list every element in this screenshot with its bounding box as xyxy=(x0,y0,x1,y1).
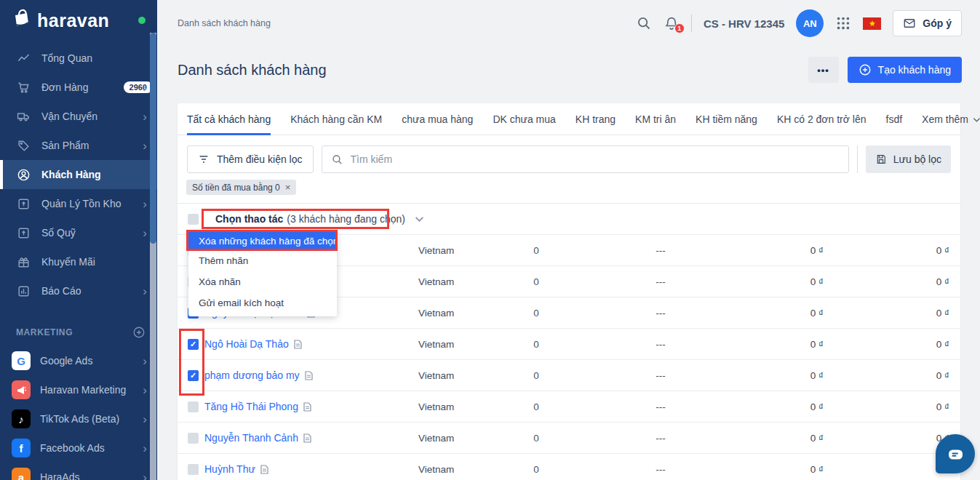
sidebar-item-label: Sản Phẩm xyxy=(41,140,89,151)
orders-cell: 0 xyxy=(490,401,582,412)
sidebar-item[interactable]: Số Quỹ› xyxy=(0,218,157,247)
tab[interactable]: KH có 2 đơn trở lên xyxy=(777,103,867,135)
spent-cell: 0 ₫ xyxy=(739,464,829,475)
marketing-nav: GGoogle Ads›Haravan Marketing›♪TikTok Ad… xyxy=(0,346,157,480)
page-title: Danh sách khách hàng xyxy=(178,62,327,79)
sidebar-item[interactable]: Khuyến Mãi xyxy=(0,247,157,276)
country-cell: Vietnam xyxy=(414,308,490,319)
cash-icon xyxy=(16,225,31,240)
tab[interactable]: KH tiềm năng xyxy=(696,103,757,135)
add-filter-button[interactable]: Thêm điều kiện lọc xyxy=(187,145,314,173)
total-cell: 0 ₫ xyxy=(829,276,960,287)
chat-widget-button[interactable] xyxy=(936,434,975,473)
trend-icon xyxy=(16,51,31,65)
sidebar-item[interactable]: Khách Hàng xyxy=(0,160,157,189)
apps-grid-icon[interactable] xyxy=(835,15,851,31)
tab[interactable]: chưa mua hàng xyxy=(402,103,473,135)
tab[interactable]: fsdf xyxy=(886,103,903,135)
sidebar-item-label: Haravan Marketing xyxy=(40,384,126,396)
search-icon[interactable] xyxy=(636,15,652,31)
tab[interactable]: KM tri ân xyxy=(635,103,676,135)
tab-label: KM tri ân xyxy=(635,113,676,125)
chevron-right-icon: › xyxy=(143,355,147,367)
search-input[interactable] xyxy=(351,153,840,165)
chevron-right-icon: › xyxy=(143,81,147,94)
orders-cell: 0 xyxy=(490,433,582,444)
sidebar-item[interactable]: Báo Cáo› xyxy=(0,276,157,305)
avatar[interactable]: AN xyxy=(796,9,824,37)
tab-label: KH trang xyxy=(575,113,616,125)
logo[interactable]: haravan xyxy=(0,0,157,41)
inventory-icon xyxy=(16,196,31,211)
select-all-checkbox[interactable] xyxy=(188,214,199,225)
tab-label: KH tiềm năng xyxy=(696,113,757,125)
sidebar-item-label: Đơn Hàng xyxy=(41,81,88,93)
sidebar-scrollbar-thumb[interactable] xyxy=(150,33,156,244)
filter-divider xyxy=(857,145,858,173)
menu-item[interactable]: Gửi email kích hoạt xyxy=(188,292,337,313)
more-actions-button[interactable]: ••• xyxy=(808,57,839,83)
google-ads-icon: G xyxy=(12,351,31,370)
sidebar-marketing-item[interactable]: aHaraAds› xyxy=(0,463,157,480)
chevron-right-icon: › xyxy=(143,111,147,123)
row-checkbox[interactable]: ✓ xyxy=(188,370,199,381)
customer-name-link[interactable]: Nguyễn Thanh Cảnh xyxy=(204,432,298,444)
envelope-icon xyxy=(903,17,916,30)
group-cell: --- xyxy=(582,370,739,381)
spent-cell: 0 ₫ xyxy=(739,245,829,256)
row-checkbox[interactable] xyxy=(188,433,199,444)
save-filter-button[interactable]: Lưu bộ lọc xyxy=(866,145,951,173)
feedback-button[interactable]: Góp ý xyxy=(893,10,962,36)
sidebar-marketing-item[interactable]: fFacebook Ads› xyxy=(0,433,157,463)
menu-item[interactable]: Thêm nhãn xyxy=(188,250,337,271)
marketing-section-header: MARKETING xyxy=(0,321,157,343)
menu-item[interactable]: Xóa những khách hàng đã chọn xyxy=(188,231,337,250)
filter-chip[interactable]: Số tiền đã mua bằng 0 × xyxy=(186,180,296,195)
create-customer-button[interactable]: Tạo khách hàng xyxy=(848,57,962,83)
customer-name-link[interactable]: Ngô Hoài Dạ Thảo xyxy=(204,338,289,350)
sidebar-item[interactable]: Sản Phẩm› xyxy=(0,131,157,160)
sidebar-item[interactable]: Quản Lý Tồn Kho› xyxy=(0,189,157,218)
tab[interactable]: Khách hàng cần KM xyxy=(290,103,382,135)
count-badge: 2960 xyxy=(124,81,153,93)
chip-close-icon[interactable]: × xyxy=(285,183,291,192)
spent-cell: 0 ₫ xyxy=(739,308,829,319)
spent-cell: 0 ₫ xyxy=(739,339,829,350)
row-checkbox[interactable] xyxy=(188,464,199,475)
tab[interactable]: KH trang xyxy=(575,103,616,135)
search-box xyxy=(322,145,849,173)
sidebar-item-label: Tổng Quan xyxy=(41,52,92,64)
sidebar-item[interactable]: Tổng Quan xyxy=(0,44,157,73)
promo-icon xyxy=(16,255,31,269)
breadcrumb: Danh sách khách hàng xyxy=(178,18,271,28)
spent-cell: 0 ₫ xyxy=(739,276,829,287)
tab[interactable]: DK chưa mua xyxy=(493,103,555,135)
row-checkbox[interactable] xyxy=(188,401,199,412)
table-row: Nguyễn Thanh CảnhVietnam0---0 ₫0 ₫ xyxy=(178,422,960,453)
customer-name-link[interactable]: Tăng Hồ Thái Phong xyxy=(204,401,298,412)
sidebar-marketing-item[interactable]: ♪TikTok Ads (Beta)› xyxy=(0,404,157,433)
sidebar-item[interactable]: Vận Chuyển› xyxy=(0,102,157,131)
orders-cell: 0 xyxy=(490,245,582,256)
bulk-actions-dropdown[interactable]: Chọn thao tác (3 khách hàng đang chọn) xyxy=(215,213,424,225)
customer-name-link[interactable]: Huỳnh Thư xyxy=(204,463,255,475)
tab[interactable]: Tất cả khách hàng xyxy=(187,103,271,135)
add-marketing-channel-icon[interactable] xyxy=(132,326,146,339)
account-name[interactable]: CS - HRV 12345 xyxy=(704,17,784,30)
tab-label: fsdf xyxy=(886,113,903,125)
chevron-down-icon xyxy=(973,113,980,125)
sidebar-item-label: Google Ads xyxy=(40,355,92,367)
orders-cell: 0 xyxy=(490,308,582,319)
menu-item[interactable]: Xóa nhãn xyxy=(188,271,337,292)
sidebar-item[interactable]: Đơn Hàng2960› xyxy=(0,73,157,102)
document-icon xyxy=(260,465,268,474)
notification-bell-icon[interactable]: 1 xyxy=(664,15,680,31)
sidebar-marketing-item[interactable]: Haravan Marketing› xyxy=(0,375,157,404)
vietnam-flag-icon[interactable]: ★ xyxy=(863,17,881,30)
customer-name-link[interactable]: phạm dương bảo my xyxy=(204,369,300,381)
row-checkbox[interactable]: ✓ xyxy=(188,339,199,350)
chevron-right-icon: › xyxy=(143,471,147,480)
sidebar-marketing-item[interactable]: GGoogle Ads› xyxy=(0,346,157,375)
tab[interactable]: Xem thêm xyxy=(922,103,980,135)
tab-label: Tất cả khách hàng xyxy=(187,113,271,125)
